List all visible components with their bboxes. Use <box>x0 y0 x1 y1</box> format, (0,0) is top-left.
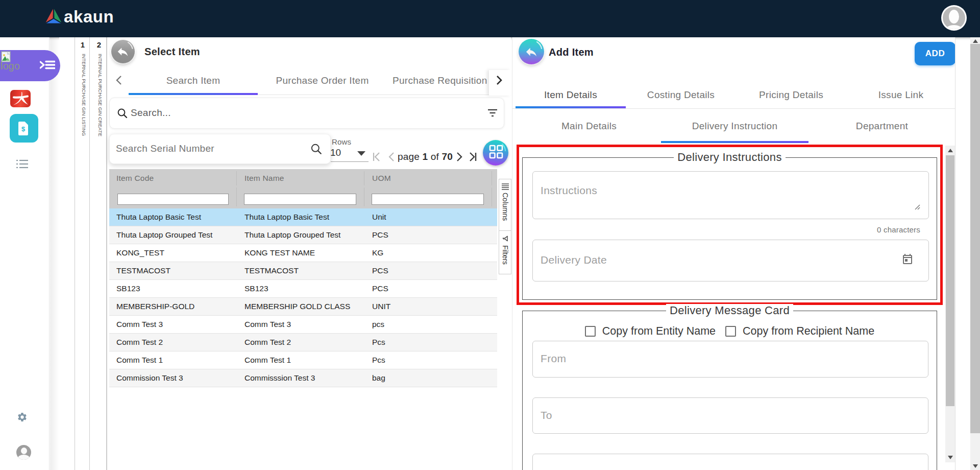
svg-text:$: $ <box>21 125 26 133</box>
